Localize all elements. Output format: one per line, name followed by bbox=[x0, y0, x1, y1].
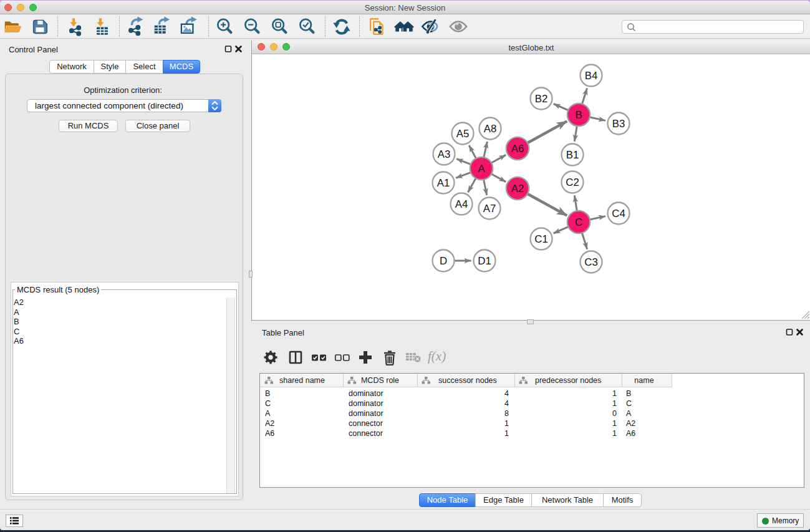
svg-text:C1: C1 bbox=[534, 233, 547, 245]
svg-text:A7: A7 bbox=[483, 203, 496, 215]
svg-text:A2: A2 bbox=[511, 183, 524, 195]
svg-text:B2: B2 bbox=[535, 93, 548, 105]
svg-text:A: A bbox=[478, 163, 485, 175]
svg-text:B4: B4 bbox=[585, 70, 598, 82]
svg-text:B1: B1 bbox=[566, 149, 579, 161]
svg-text:C3: C3 bbox=[584, 256, 597, 268]
svg-text:C2: C2 bbox=[566, 177, 579, 188]
svg-text:B: B bbox=[575, 109, 582, 121]
svg-text:C: C bbox=[575, 216, 582, 228]
svg-text:B3: B3 bbox=[612, 118, 625, 130]
svg-text:A5: A5 bbox=[456, 128, 470, 140]
svg-text:A4: A4 bbox=[455, 198, 468, 210]
svg-text:D: D bbox=[440, 255, 447, 267]
svg-text:A3: A3 bbox=[438, 148, 451, 160]
svg-text:A1: A1 bbox=[437, 177, 450, 189]
svg-text:A8: A8 bbox=[484, 123, 497, 135]
svg-text:C4: C4 bbox=[612, 208, 625, 220]
svg-text:D1: D1 bbox=[478, 255, 491, 267]
svg-text:A6: A6 bbox=[511, 143, 524, 155]
